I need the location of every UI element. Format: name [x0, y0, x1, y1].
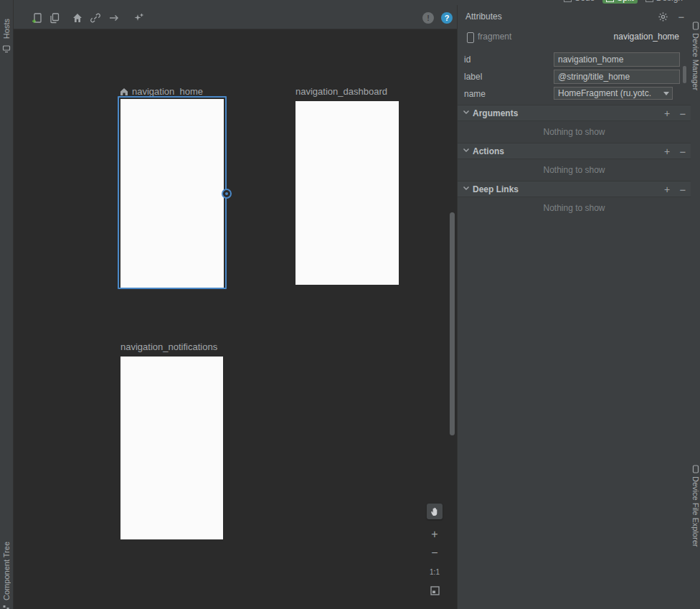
section-header-arguments[interactable]: Arguments + −: [458, 105, 691, 121]
id-input[interactable]: [554, 52, 680, 67]
fragment-home-preview[interactable]: [120, 99, 224, 288]
device-manager-icon: [692, 22, 699, 30]
field-row-id: id: [458, 52, 691, 67]
remove-action-button[interactable]: −: [677, 146, 689, 157]
tab-split-label: Split: [617, 0, 633, 3]
hide-panel-button[interactable]: −: [675, 10, 688, 23]
zoom-in-button[interactable]: +: [429, 529, 440, 540]
remove-deep-link-button[interactable]: −: [677, 184, 689, 195]
fragment-home-action-handle[interactable]: [222, 189, 232, 199]
settings-button[interactable]: [656, 10, 669, 23]
chevron-down-icon: [463, 148, 470, 153]
canvas-vertical-scrollbar[interactable]: [450, 212, 455, 435]
help-icon: ?: [441, 12, 453, 24]
tab-code[interactable]: Code: [560, 0, 599, 4]
split-icon: [606, 0, 614, 2]
code-icon: [564, 0, 572, 2]
name-dropdown[interactable]: HomeFragment (ru.yotc.: [554, 87, 673, 100]
design-toolbar: ! ?: [14, 0, 457, 29]
name-field-label: name: [464, 89, 486, 99]
fragment-notifications-preview[interactable]: [120, 357, 223, 539]
fragment-dashboard-preview[interactable]: [295, 101, 399, 285]
panel-mini-scrollbar[interactable]: [683, 66, 686, 83]
plus-icon: +: [431, 528, 438, 541]
design-icon: [645, 0, 653, 2]
attributes-panel: Attributes − fragment navigatio: [457, 5, 691, 609]
chevron-down-icon: [463, 186, 470, 191]
zoom-level-button[interactable]: 1:1: [427, 567, 442, 576]
actions-empty-text: Nothing to show: [458, 165, 691, 175]
section-title: Arguments: [473, 108, 518, 118]
add-deep-link-button[interactable]: +: [661, 184, 673, 195]
remove-argument-button[interactable]: −: [677, 108, 689, 119]
section-header-actions[interactable]: Actions + −: [458, 143, 691, 159]
label-input[interactable]: [554, 70, 680, 84]
minimize-icon: −: [678, 11, 685, 23]
hosts-label: Hosts: [2, 19, 11, 39]
navigation-graph-canvas[interactable]: navigation_home navigation_dashboard nav…: [14, 29, 457, 609]
fragment-home-label-row[interactable]: navigation_home: [120, 86, 203, 97]
fragment-label: navigation_dashboard: [295, 86, 387, 97]
fragment-dashboard-label-row[interactable]: navigation_dashboard: [295, 86, 387, 97]
tab-code-label: Code: [574, 0, 595, 3]
navigation-editor-window: Hosts Component Tree Device Manager Devi…: [0, 0, 700, 609]
arguments-empty-text: Nothing to show: [458, 127, 691, 137]
action-arrow-button[interactable]: [106, 10, 122, 26]
device-file-explorer-label: Device File Explorer: [691, 476, 700, 547]
tool-button-device-manager[interactable]: Device Manager: [691, 33, 700, 90]
zoom-out-button[interactable]: −: [429, 547, 440, 559]
right-tool-strip: Device Manager Device File Explorer: [690, 0, 700, 609]
section-header-deep-links[interactable]: Deep Links + −: [458, 181, 691, 197]
add-action-button[interactable]: +: [661, 146, 673, 157]
minus-icon: −: [431, 547, 438, 560]
field-row-name: name HomeFragment (ru.yotc.: [458, 86, 691, 102]
tool-button-component-tree[interactable]: Component Tree: [0, 542, 13, 600]
tab-design-label: Design: [656, 0, 683, 3]
pan-button[interactable]: [427, 504, 443, 519]
name-dropdown-value: HomeFragment (ru.yotc.: [554, 88, 663, 98]
gear-icon: [658, 11, 668, 22]
fragment-label: navigation_notifications: [120, 341, 217, 352]
tab-split[interactable]: Split: [602, 0, 637, 4]
left-tool-strip: Hosts Component Tree: [0, 0, 14, 609]
attributes-title: Attributes: [465, 11, 502, 22]
component-id: navigation_home: [614, 32, 679, 42]
attributes-header: Attributes −: [458, 5, 691, 27]
device-file-explorer-icon: [692, 465, 699, 473]
field-row-label: label: [458, 69, 691, 85]
help-button[interactable]: ?: [439, 10, 455, 26]
section-title: Deep Links: [473, 184, 519, 194]
label-field-label: label: [464, 72, 482, 82]
section-title: Actions: [473, 146, 504, 156]
assign-start-destination-button[interactable]: [70, 10, 85, 26]
fragment-icon: [467, 32, 474, 43]
auto-arrange-button[interactable]: [131, 10, 146, 26]
chevron-down-icon: [463, 110, 470, 115]
fragment-notifications-label-row[interactable]: navigation_notifications: [120, 341, 217, 352]
device-manager-label: Device Manager: [691, 33, 700, 90]
id-field-label: id: [464, 55, 470, 65]
selected-component-row: fragment navigation_home: [458, 32, 691, 44]
add-argument-button[interactable]: +: [661, 108, 673, 119]
error-icon: !: [422, 12, 434, 24]
deep-links-empty-text: Nothing to show: [458, 203, 691, 213]
fragment-label: navigation_home: [132, 86, 203, 97]
tab-design[interactable]: Design: [642, 0, 686, 4]
fit-screen-icon: [430, 586, 440, 595]
component-tree-label: Component Tree: [2, 542, 11, 600]
component-type: fragment: [478, 32, 511, 42]
hand-icon: [430, 506, 440, 516]
start-destination-home-icon: [120, 88, 128, 96]
editor-mode-tabs: Code Split Design: [457, 0, 691, 5]
duplicate-destination-button[interactable]: [47, 10, 62, 26]
tool-button-hosts[interactable]: Hosts: [0, 19, 13, 39]
deep-link-button[interactable]: [88, 10, 103, 26]
zoom-to-fit-button[interactable]: [429, 585, 440, 596]
zoom-level-label: 1:1: [430, 568, 440, 576]
issues-indicator-button[interactable]: !: [420, 10, 436, 26]
new-destination-button[interactable]: [29, 10, 45, 26]
component-tree-icon: [3, 605, 11, 609]
chevron-down-icon: [663, 92, 669, 95]
hosts-icon: [2, 44, 11, 53]
tool-button-device-file-explorer[interactable]: Device File Explorer: [691, 476, 700, 547]
